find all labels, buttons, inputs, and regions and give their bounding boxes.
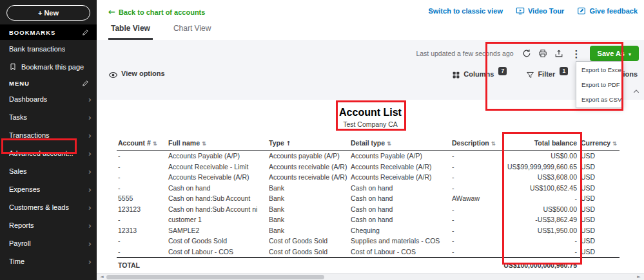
sort-icon: ⇅ bbox=[202, 140, 206, 147]
back-link-label: Back to chart of accounts bbox=[119, 8, 205, 16]
table-cell: Cost of Labour - COS bbox=[167, 247, 268, 258]
sidebar-item-dashboards[interactable]: Dashboards› bbox=[0, 90, 97, 108]
table-cell: 5555 bbox=[117, 193, 167, 204]
horizontal-scrollbar[interactable]: ◄ ► bbox=[97, 273, 644, 280]
table-cell: Accounts Payable (A/P) bbox=[167, 151, 268, 162]
table-row[interactable]: -Cost of Labour - COSCost of Goods SoldC… bbox=[117, 247, 620, 258]
table-row[interactable]: -Cost of Goods SoldCost of Goods SoldSup… bbox=[117, 236, 620, 247]
video-tour-link[interactable]: Video Tour bbox=[516, 6, 564, 15]
table-cell: Bank bbox=[268, 225, 349, 236]
table-cell: USD bbox=[580, 214, 620, 225]
table-cell: - bbox=[117, 183, 167, 194]
column-header-currency[interactable]: Currency⇅ bbox=[580, 137, 620, 151]
table-row[interactable]: 5555Cash on hand:Sub AccountBankCash on … bbox=[117, 193, 620, 204]
table-cell: USD bbox=[580, 247, 620, 258]
table-cell: Accounts receivable (A/R) bbox=[268, 162, 349, 173]
view-options-label: View options bbox=[121, 70, 165, 77]
back-to-chart-link[interactable]: ← Back to chart of accounts bbox=[108, 7, 205, 17]
give-feedback-link[interactable]: Give feedback bbox=[577, 6, 638, 15]
table-row[interactable]: -Accounts Payable (A/P)Accounts payable … bbox=[117, 151, 620, 162]
table-cell: Cash on hand bbox=[167, 183, 268, 194]
chevron-right-icon: › bbox=[88, 149, 92, 158]
filter-button[interactable]: Filter 1 bbox=[526, 70, 568, 79]
sort-icon: ⇅ bbox=[491, 140, 496, 147]
sidebar-item-payroll[interactable]: Payroll› bbox=[0, 234, 97, 252]
menu-header: MENU bbox=[0, 76, 97, 90]
print-icon[interactable] bbox=[538, 49, 547, 58]
sidebar-item-label: Sales bbox=[9, 167, 27, 175]
sidebar-item-sales[interactable]: Sales› bbox=[0, 162, 97, 180]
scroll-right-arrow-icon[interactable]: ► bbox=[635, 274, 643, 280]
table-cell: US$1,950.00 bbox=[502, 225, 580, 236]
edit-pencil-icon[interactable] bbox=[82, 80, 89, 87]
tab-table-view[interactable]: Table View bbox=[108, 21, 153, 40]
column-header-total-balance[interactable]: Total balance bbox=[502, 137, 580, 151]
collapse-panel-chevron-up-icon[interactable] bbox=[632, 86, 640, 98]
table-cell: - bbox=[117, 247, 167, 258]
table-cell: Bank bbox=[268, 183, 349, 194]
table-cell: Accounts Receivable (A/R) bbox=[349, 162, 451, 173]
edit-pencil-icon[interactable] bbox=[82, 29, 89, 36]
scrollbar-thumb[interactable] bbox=[106, 275, 324, 279]
sidebar-item-time[interactable]: Time› bbox=[0, 252, 97, 270]
export-menu-item-export-to-pdf[interactable]: Export to PDF bbox=[576, 77, 623, 92]
sidebar-item-label: Bookmark this page bbox=[21, 63, 84, 71]
columns-button[interactable]: Columns 7 bbox=[452, 70, 507, 79]
table-row[interactable]: -Cash on handBankCash on hand-US$100,652… bbox=[117, 183, 620, 194]
table-cell: - bbox=[451, 247, 502, 258]
table-row[interactable]: -customer 1BankCash on hand--US$3,862.49… bbox=[117, 214, 620, 225]
column-header-label: Account # bbox=[118, 139, 151, 147]
export-menu-item-export-to-excel[interactable]: Export to Excel bbox=[576, 62, 623, 77]
refresh-icon[interactable] bbox=[522, 49, 531, 58]
tab-chart-view[interactable]: Chart View bbox=[171, 21, 213, 40]
table-cell: Bank bbox=[268, 204, 349, 215]
column-header-description[interactable]: Description⇅ bbox=[451, 137, 502, 151]
table-row[interactable]: -Account Receivable - LimitAccounts rece… bbox=[117, 162, 620, 173]
table-cell: Accounts receivable (A/R) bbox=[268, 172, 349, 183]
table-cell: -US$3,862.49 bbox=[502, 214, 580, 225]
sidebar-item-label: Time bbox=[9, 257, 24, 265]
export-menu-item-export-as-csv[interactable]: Export as CSV bbox=[576, 92, 623, 107]
column-header-type[interactable]: Type↑ bbox=[268, 137, 349, 151]
filter-funnel-icon bbox=[526, 71, 534, 79]
table-cell: AWawaw bbox=[451, 193, 502, 204]
table-row[interactable]: 123123Cash on hand:Sub Account niBankCas… bbox=[117, 204, 620, 215]
table-row[interactable]: 12313SAMPLE2BankChequing-US$1,950.00USD bbox=[117, 225, 620, 236]
sidebar-item-label: Bank transactions bbox=[9, 45, 65, 53]
table-cell: USD bbox=[580, 225, 620, 236]
scroll-left-arrow-icon[interactable]: ◄ bbox=[98, 274, 106, 280]
table-cell: Bank bbox=[268, 214, 349, 225]
sidebar-item-bank-transactions[interactable]: Bank transactions bbox=[0, 40, 97, 58]
sidebar-item-label: Transactions bbox=[9, 131, 50, 139]
save-as-button[interactable]: Save As▾ bbox=[590, 46, 639, 61]
column-header-detail-type[interactable]: Detail type⇅ bbox=[349, 137, 451, 151]
sidebar: + New BOOKMARKS Bank transactions Bookma… bbox=[0, 0, 97, 280]
table-cell: US$99,999,999,660.65 bbox=[502, 162, 580, 173]
sidebar-item-advanced-account[interactable]: Advanced account...› bbox=[0, 144, 97, 162]
sidebar-item-bookmark-this-page[interactable]: Bookmark this page bbox=[0, 58, 97, 76]
view-options-button[interactable]: View options bbox=[108, 70, 165, 80]
table-cell: Accounts Receivable (A/R) bbox=[167, 172, 268, 183]
table-row[interactable]: -Accounts Receivable (A/R)Accounts recei… bbox=[117, 172, 620, 183]
table-cell: USD bbox=[580, 204, 620, 215]
table-cell: - bbox=[502, 236, 580, 247]
account-list-table: Account #⇅Full name⇅Type↑Detail type⇅Des… bbox=[117, 137, 620, 272]
report-subtitle: Test Company CA bbox=[97, 120, 644, 128]
table-cell: - bbox=[451, 225, 502, 236]
switch-classic-view-link[interactable]: Switch to classic view bbox=[428, 7, 503, 15]
sidebar-item-reports[interactable]: Reports› bbox=[0, 216, 97, 234]
sidebar-item-tasks[interactable]: Tasks› bbox=[0, 108, 97, 126]
sidebar-item-expenses[interactable]: Expenses› bbox=[0, 180, 97, 198]
more-menu-icon[interactable]: ⋮ bbox=[571, 49, 583, 59]
sidebar-item-label: Payroll bbox=[9, 239, 31, 247]
table-cell: - bbox=[117, 214, 167, 225]
sidebar-item-label: Dashboards bbox=[9, 95, 47, 103]
column-header-account[interactable]: Account #⇅ bbox=[117, 137, 167, 151]
column-header-full-name[interactable]: Full name⇅ bbox=[167, 137, 268, 151]
new-button[interactable]: + New bbox=[6, 5, 90, 21]
toolbar-panel: Last updated a few seconds ago ⋮ Save As… bbox=[97, 40, 644, 100]
table-cell: - bbox=[117, 151, 167, 162]
sidebar-item-customers-leads[interactable]: Customers & leads› bbox=[0, 198, 97, 216]
export-icon[interactable] bbox=[554, 49, 563, 58]
sidebar-item-transactions[interactable]: Transactions› bbox=[0, 126, 97, 144]
